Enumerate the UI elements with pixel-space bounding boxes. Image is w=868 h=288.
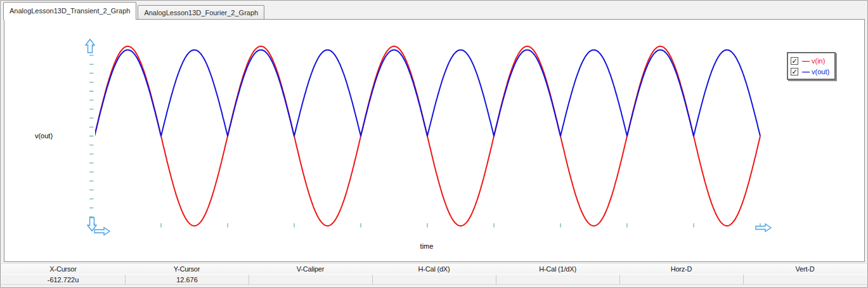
tab-transient-label: AnalogLesson13D_Transient_2_Graph	[10, 7, 130, 15]
cursor-table-value-cell	[619, 275, 743, 285]
trace-legend: ✓ — v(in) ✓ — v(out)	[787, 52, 836, 80]
waveform-viewer-window: AnalogLesson13D_Transient_2_Graph Analog…	[0, 0, 868, 288]
graph-tab-bar: AnalogLesson13D_Transient_2_Graph Analog…	[3, 2, 264, 20]
cursor-table-header-row: X-CursorY-CursorV-CaliperH-Cal (dX)H-Cal…	[1, 263, 867, 274]
cursor-measurement-table: X-CursorY-CursorV-CaliperH-Cal (dX)H-Cal…	[1, 263, 867, 285]
vin-visibility-checkbox[interactable]: ✓	[791, 57, 798, 65]
cursor-table-value-cell	[249, 275, 372, 285]
vout-legend-label: v(out)	[812, 68, 829, 75]
cursor-table-header-cell: Horz-D	[619, 264, 743, 275]
cursor-table-value-row: -612.722u12.676	[1, 274, 867, 285]
cursor-table-header-cell: H-Cal (dX)	[372, 264, 496, 275]
cursor-table-header-cell: Y-Cursor	[125, 264, 249, 275]
cursor-table-value-cell	[372, 275, 496, 285]
cursor-table-header-cell: H-Cal (1/dX)	[496, 264, 619, 275]
vout-visibility-checkbox[interactable]: ✓	[791, 68, 798, 75]
tab-fourier-label: AnalogLesson13D_Fourier_2_Graph	[144, 9, 258, 16]
cursor-table-value-cell: 12.676	[125, 275, 249, 285]
cursor-table-header-cell: X-Cursor	[1, 264, 125, 275]
vin-legend-label: v(in)	[812, 57, 825, 65]
tab-transient-graph[interactable]: AnalogLesson13D_Transient_2_Graph	[3, 2, 136, 20]
vout-line-swatch: —	[802, 67, 809, 76]
cursor-table-value-cell: -612.722u	[1, 275, 125, 285]
x-axis-title: time	[401, 242, 452, 250]
vin-line-swatch: —	[802, 56, 809, 65]
legend-item-vout: ✓ — v(out)	[791, 66, 829, 77]
graph-panel	[4, 19, 865, 262]
cursor-table-value-cell	[496, 275, 619, 285]
cursor-table-value-cell	[743, 275, 867, 285]
y-axis-title: v(out)	[25, 132, 63, 140]
tab-fourier-graph[interactable]: AnalogLesson13D_Fourier_2_Graph	[138, 5, 264, 20]
cursor-table-header-cell: Vert-D	[743, 264, 867, 275]
legend-item-vin: ✓ — v(in)	[791, 55, 829, 66]
cursor-table-header-cell: V-Caliper	[249, 264, 372, 275]
